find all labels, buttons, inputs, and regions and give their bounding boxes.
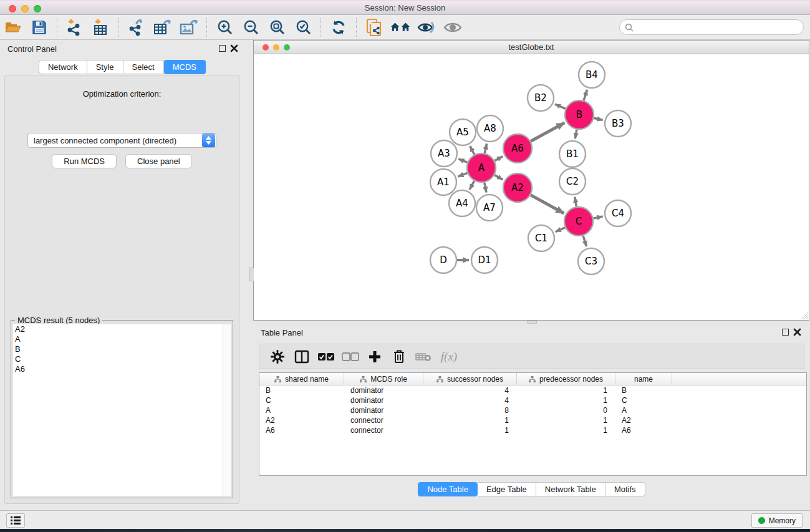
close-panel-button[interactable]: Close panel [125,154,192,168]
graph-edge-A2-C[interactable] [531,195,564,213]
graph-node-C[interactable]: C [564,207,593,236]
graph-node-B1[interactable]: B1 [559,141,586,167]
cell-name[interactable]: C [615,395,672,405]
function-icon[interactable]: f(x) [437,347,458,366]
cell-name[interactable]: B [615,385,672,395]
graph-node-A2[interactable]: A2 [503,173,532,202]
export-table-icon[interactable] [153,18,173,37]
graph-edge-A-A4[interactable] [470,181,475,190]
graph-edge-B-B2[interactable] [555,104,566,109]
home-pair-icon[interactable] [390,18,410,37]
cell-name[interactable]: A6 [615,425,672,435]
graph-node-D1[interactable]: D1 [471,247,498,273]
export-network-icon[interactable] [127,18,147,37]
cell-successor_nodes[interactable]: 4 [423,385,517,395]
zoom-in-icon[interactable] [215,18,234,37]
result-scrollbar[interactable] [223,324,231,496]
tab-network-table[interactable]: Network Table [536,482,605,496]
graph-node-A5[interactable]: A5 [450,119,476,145]
graph-node-A3[interactable]: A3 [431,140,457,167]
graph-edge-C-C1[interactable] [556,228,565,232]
table-row[interactable]: A2connector11A2 [259,415,806,425]
open-session-icon[interactable] [3,18,23,37]
graph-edge-A-A5[interactable] [470,146,475,155]
graph-node-B[interactable]: B [565,100,594,129]
mcds-result-list[interactable]: A2ABCA6 [13,324,231,496]
cell-shared_name[interactable]: C [259,395,344,405]
zoom-out-icon[interactable] [241,18,261,37]
graph-edge-B-B3[interactable] [594,118,602,120]
cell-shared_name[interactable]: B [259,385,344,395]
cell-shared_name[interactable]: A2 [259,415,344,425]
graph-edge-B-B1[interactable] [575,130,577,139]
eye-icon[interactable] [443,18,463,37]
result-list-item[interactable]: C [13,354,231,364]
graph-node-C3[interactable]: C3 [578,248,604,274]
table-row[interactable]: Adominator80A [259,405,806,415]
column-header-successor-nodes[interactable]: successor nodes [423,373,517,385]
table-row[interactable]: Cdominator41C [259,395,806,405]
table-row[interactable]: Bdominator41B [259,385,806,395]
graph-node-A[interactable]: A [467,153,496,182]
tab-network[interactable]: Network [39,60,87,74]
result-list-item[interactable]: A2 [13,324,231,334]
float-panel-icon[interactable] [219,45,226,52]
graph-edge-C-C4[interactable] [594,216,603,218]
cell-predecessor_nodes[interactable]: 1 [517,395,615,405]
criterion-select[interactable]: largest connected component (directed) [27,133,216,148]
gear-icon[interactable] [267,347,288,366]
cell-predecessor_nodes[interactable]: 0 [517,405,615,415]
graph-node-B4[interactable]: B4 [579,62,605,88]
graph-node-A4[interactable]: A4 [449,190,475,216]
cell-mcds_role[interactable]: dominator [344,405,423,415]
cell-mcds_role[interactable]: connector [344,425,423,435]
delete-table-icon[interactable] [413,347,434,366]
graph-node-B3[interactable]: B3 [605,110,631,137]
table-header-row[interactable]: shared nameMCDS rolesuccessor nodesprede… [259,373,806,385]
run-mcds-button[interactable]: Run MCDS [52,154,117,168]
result-list-item[interactable]: B [13,344,231,354]
duplicate-network-icon[interactable] [364,18,384,37]
cell-successor_nodes[interactable]: 8 [423,405,517,415]
cell-mcds_role[interactable]: connector [344,415,423,425]
cell-successor_nodes[interactable]: 1 [423,415,517,425]
column-header-MCDS-role[interactable]: MCDS role [344,373,423,385]
close-panel-icon[interactable] [230,44,238,52]
save-session-icon[interactable] [29,18,49,37]
zoom-fit-icon[interactable] [267,18,287,37]
result-list-item[interactable]: A6 [13,364,231,374]
graph-node-A1[interactable]: A1 [430,169,456,195]
splitter-collapse-handle[interactable] [249,268,254,281]
tab-edge-table[interactable]: Edge Table [478,482,536,496]
task-history-button[interactable] [6,513,25,528]
memory-button[interactable]: Memory [751,513,803,528]
graph-edge-B-B4[interactable] [584,90,587,100]
float-panel-icon[interactable] [782,329,789,336]
import-table-icon[interactable] [91,18,111,37]
cell-name[interactable]: A2 [615,415,672,425]
graph-node-A7[interactable]: A7 [476,195,503,221]
cell-predecessor_nodes[interactable]: 1 [517,415,615,425]
column-header-name[interactable]: name [615,373,672,385]
graph-node-C1[interactable]: C1 [528,225,554,251]
graph-edge-A-A2[interactable] [494,175,503,180]
search-box[interactable] [619,19,804,35]
close-panel-icon[interactable] [793,328,801,336]
cell-predecessor_nodes[interactable]: 1 [517,385,615,395]
eye-slash-icon[interactable] [417,18,436,37]
tab-motifs[interactable]: Motifs [605,482,645,496]
window-resize-grip[interactable] [800,311,808,319]
graph-edge-A-A1[interactable] [458,173,467,177]
cell-successor_nodes[interactable]: 1 [423,425,517,435]
cell-name[interactable]: A [615,405,672,415]
result-list-item[interactable]: A [13,334,231,344]
cell-mcds_role[interactable]: dominator [344,395,423,405]
graph-edge-A-A6[interactable] [494,157,503,161]
cell-shared_name[interactable]: A [259,405,344,415]
table-row[interactable]: A6connector11A6 [259,425,806,435]
deselect-all-icon[interactable] [340,347,361,366]
cell-predecessor_nodes[interactable]: 1 [517,425,615,435]
delete-icon[interactable] [388,347,410,366]
graph-edge-C-C2[interactable] [575,197,576,207]
tab-mcds[interactable]: MCDS [164,60,206,74]
